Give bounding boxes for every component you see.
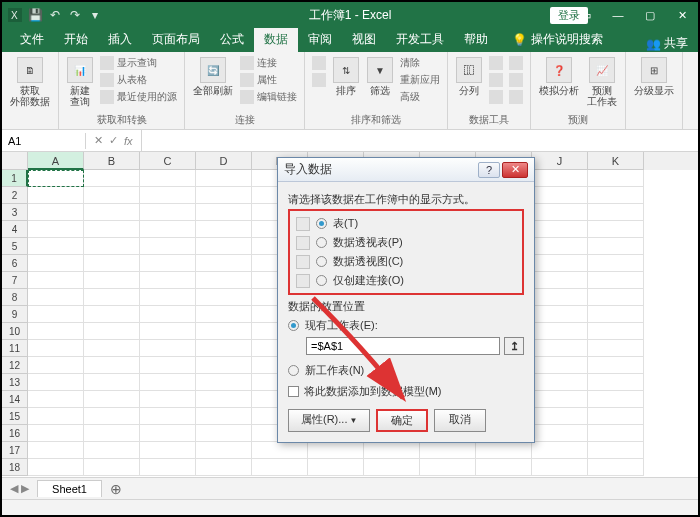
cell[interactable]	[28, 272, 84, 289]
formula-input[interactable]	[142, 139, 698, 143]
cell[interactable]	[532, 306, 588, 323]
minimize-button[interactable]: —	[602, 2, 634, 28]
cell[interactable]	[84, 425, 140, 442]
close-window-button[interactable]: ✕	[666, 2, 698, 28]
cell[interactable]	[196, 357, 252, 374]
radio-new-ws[interactable]	[288, 365, 299, 376]
cancel-button[interactable]: 取消	[434, 409, 486, 432]
cell[interactable]	[140, 442, 196, 459]
sheet-nav[interactable]: ◀ ▶	[2, 482, 37, 495]
cell[interactable]	[588, 255, 644, 272]
flash-fill-button[interactable]	[488, 55, 504, 71]
show-queries-button[interactable]: 显示查询	[99, 55, 178, 71]
share-button[interactable]: 👥 共享	[646, 35, 688, 52]
cell[interactable]	[532, 425, 588, 442]
advanced-button[interactable]: 高级	[399, 89, 441, 105]
cell[interactable]	[196, 340, 252, 357]
cell[interactable]	[588, 459, 644, 476]
cell[interactable]	[140, 255, 196, 272]
recent-sources-button[interactable]: 最近使用的源	[99, 89, 178, 105]
radio-pivot-table[interactable]	[316, 237, 327, 248]
cell[interactable]	[28, 459, 84, 476]
row-header-6[interactable]: 6	[2, 255, 28, 272]
radio-existing-ws[interactable]	[288, 320, 299, 331]
cell[interactable]	[140, 238, 196, 255]
ribbon-display-options[interactable]: ▭	[570, 2, 602, 28]
cell[interactable]	[140, 306, 196, 323]
cell[interactable]	[140, 408, 196, 425]
cell[interactable]	[196, 170, 252, 187]
cell[interactable]	[532, 459, 588, 476]
cell[interactable]	[84, 391, 140, 408]
forecast-sheet-button[interactable]: 📈 预测 工作表	[585, 55, 619, 109]
col-header-C[interactable]: C	[140, 152, 196, 170]
cell[interactable]	[532, 238, 588, 255]
tab-view[interactable]: 视图	[342, 27, 386, 52]
cell[interactable]	[588, 306, 644, 323]
cell[interactable]	[532, 221, 588, 238]
cell[interactable]	[28, 340, 84, 357]
cell[interactable]	[588, 340, 644, 357]
cell[interactable]	[588, 374, 644, 391]
cancel-formula-icon[interactable]: ✕	[94, 134, 103, 147]
row-header-16[interactable]: 16	[2, 425, 28, 442]
cell[interactable]	[84, 187, 140, 204]
row-header-10[interactable]: 10	[2, 323, 28, 340]
cell[interactable]	[140, 357, 196, 374]
cell[interactable]	[28, 323, 84, 340]
tab-developer[interactable]: 开发工具	[386, 27, 454, 52]
redo-icon[interactable]: ↷	[68, 8, 82, 22]
refresh-all-button[interactable]: 🔄 全部刷新	[191, 55, 235, 98]
whatif-button[interactable]: ❓ 模拟分析	[537, 55, 581, 98]
cell[interactable]	[476, 459, 532, 476]
cell[interactable]	[532, 408, 588, 425]
col-header-A[interactable]: A	[28, 152, 84, 170]
row-header-18[interactable]: 18	[2, 459, 28, 476]
cell[interactable]	[28, 306, 84, 323]
cell[interactable]	[196, 238, 252, 255]
row-header-7[interactable]: 7	[2, 272, 28, 289]
properties-dialog-button[interactable]: 属性(R)...▼	[288, 409, 370, 432]
sheet-tab-1[interactable]: Sheet1	[37, 480, 102, 497]
cell[interactable]	[588, 170, 644, 187]
cell[interactable]	[84, 170, 140, 187]
row-header-17[interactable]: 17	[2, 442, 28, 459]
cell[interactable]	[84, 221, 140, 238]
radio-pivot-chart[interactable]	[316, 256, 327, 267]
text-to-columns-button[interactable]: ⿲ 分列	[454, 55, 484, 98]
dialog-help-button[interactable]: ?	[478, 162, 500, 178]
cell[interactable]	[28, 187, 84, 204]
cell[interactable]	[532, 255, 588, 272]
cell[interactable]	[28, 425, 84, 442]
cell[interactable]	[140, 391, 196, 408]
cell[interactable]	[28, 408, 84, 425]
tab-home[interactable]: 开始	[54, 27, 98, 52]
cell[interactable]	[196, 289, 252, 306]
data-validation-button[interactable]	[488, 89, 504, 105]
cell[interactable]	[140, 272, 196, 289]
cell[interactable]	[196, 459, 252, 476]
range-picker-button[interactable]: ↥	[504, 337, 524, 355]
row-header-11[interactable]: 11	[2, 340, 28, 357]
cell[interactable]	[140, 221, 196, 238]
cell[interactable]	[28, 289, 84, 306]
cell[interactable]	[84, 289, 140, 306]
cell[interactable]	[140, 340, 196, 357]
sort-desc-button[interactable]	[311, 72, 327, 88]
cell[interactable]	[588, 408, 644, 425]
qat-dropdown-icon[interactable]: ▾	[88, 8, 102, 22]
from-table-button[interactable]: 从表格	[99, 72, 178, 88]
ok-button[interactable]: 确定	[376, 409, 428, 432]
cell[interactable]	[588, 425, 644, 442]
cell[interactable]	[84, 459, 140, 476]
cell[interactable]	[28, 170, 84, 187]
connections-button[interactable]: 连接	[239, 55, 298, 71]
cell[interactable]	[196, 442, 252, 459]
option-existing-worksheet[interactable]: 现有工作表(E):	[288, 316, 524, 335]
tab-insert[interactable]: 插入	[98, 27, 142, 52]
tab-page-layout[interactable]: 页面布局	[142, 27, 210, 52]
outline-button[interactable]: ⊞ 分级显示	[632, 55, 676, 98]
cell[interactable]	[532, 187, 588, 204]
cell[interactable]	[84, 306, 140, 323]
cell[interactable]	[420, 459, 476, 476]
